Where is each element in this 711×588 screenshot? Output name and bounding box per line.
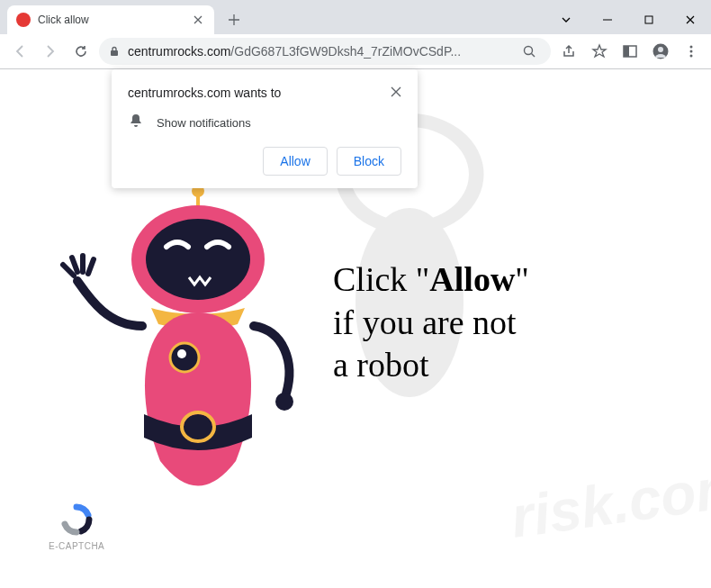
svg-point-7	[690, 46, 693, 49]
page-content: risk.com centrumrocks.com wants to Show …	[0, 69, 711, 588]
text-line2: if you are not	[333, 302, 529, 345]
url-path: /GdG687L3fGW9Dksh4_7rZiMOvCSdP...	[230, 44, 461, 59]
allow-button[interactable]: Allow	[263, 147, 327, 176]
tab-title: Click allow	[38, 14, 184, 26]
text-line1-bold: Allow	[429, 260, 515, 298]
tab-favicon	[16, 13, 31, 27]
main-prompt-text: Click "Allow" if you are not a robot	[333, 258, 529, 387]
forward-button[interactable]	[38, 39, 63, 64]
svg-line-23	[72, 258, 77, 272]
svg-rect-4	[624, 46, 629, 57]
svg-point-16	[146, 219, 250, 300]
permission-message: Show notifications	[157, 116, 251, 130]
text-line3: a robot	[333, 344, 529, 387]
search-icon[interactable]	[517, 39, 542, 64]
close-window-button[interactable]	[670, 6, 711, 33]
toolbar: centrumrocks.com/GdG687L3fGW9Dksh4_7rZiM…	[0, 34, 711, 68]
back-button[interactable]	[7, 39, 32, 64]
new-tab-button[interactable]	[221, 7, 247, 32]
robot-illustration	[45, 182, 315, 510]
address-bar[interactable]: centrumrocks.com/GdG687L3fGW9Dksh4_7rZiM…	[99, 38, 551, 65]
block-button[interactable]: Block	[337, 147, 401, 176]
svg-point-6	[658, 47, 663, 52]
chevron-down-icon[interactable]	[545, 6, 587, 33]
url-text: centrumrocks.com/GdG687L3fGW9Dksh4_7rZiM…	[128, 44, 509, 59]
close-icon[interactable]	[391, 86, 401, 100]
ecaptcha-badge: E-CAPTCHA	[49, 503, 104, 551]
ecaptcha-label: E-CAPTCHA	[49, 541, 104, 551]
svg-rect-0	[645, 16, 652, 23]
ecaptcha-icon	[60, 503, 93, 536]
maximize-button[interactable]	[628, 6, 670, 33]
reload-button[interactable]	[68, 39, 94, 64]
titlebar: Click allow	[0, 0, 711, 34]
svg-point-21	[177, 349, 186, 358]
svg-line-22	[63, 265, 74, 276]
watermark-text: risk.com	[507, 452, 711, 551]
menu-icon[interactable]	[679, 39, 704, 64]
browser-tab[interactable]: Click allow	[7, 5, 214, 34]
svg-point-9	[690, 55, 693, 58]
bookmark-icon[interactable]	[587, 39, 612, 64]
lock-icon	[108, 45, 121, 58]
tab-close-icon[interactable]	[191, 13, 205, 27]
text-line1-post: "	[515, 260, 529, 298]
profile-icon[interactable]	[648, 39, 673, 64]
svg-point-17	[184, 414, 212, 439]
svg-point-2	[525, 47, 533, 55]
minimize-button[interactable]	[587, 6, 628, 33]
url-domain: centrumrocks.com	[128, 44, 230, 59]
share-icon[interactable]	[556, 39, 581, 64]
svg-point-26	[275, 393, 293, 411]
side-panel-icon[interactable]	[617, 39, 643, 64]
permission-title: centrumrocks.com wants to	[128, 86, 281, 100]
text-line1-pre: Click "	[333, 260, 429, 298]
bell-icon	[128, 113, 144, 132]
svg-point-8	[690, 50, 693, 53]
svg-rect-1	[111, 50, 118, 56]
notification-permission-dialog: centrumrocks.com wants to Show notificat…	[112, 69, 418, 188]
svg-line-25	[88, 259, 94, 274]
